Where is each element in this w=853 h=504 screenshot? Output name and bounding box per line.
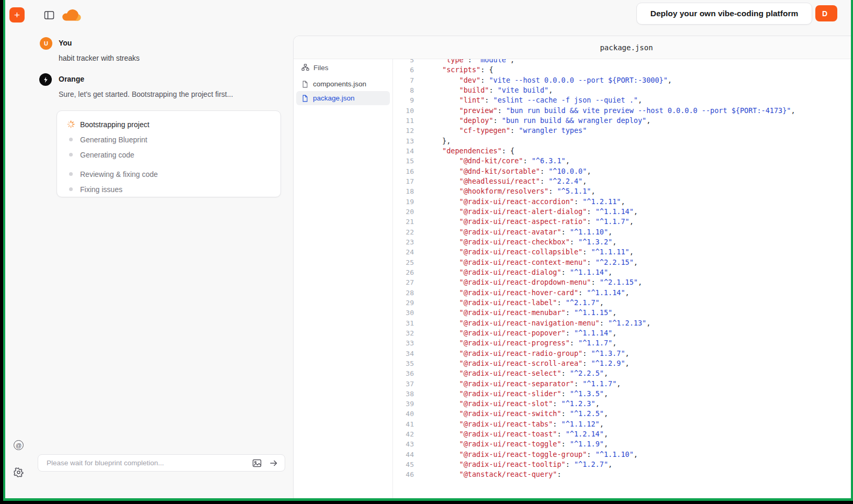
line-number: 21: [393, 217, 414, 227]
code-text: "@radix-ui/react-select": "^2.2.5",: [414, 368, 608, 378]
code-text: "@radix-ui/react-tabs": "^1.1.12",: [414, 419, 604, 429]
chat-message-input[interactable]: [40, 459, 252, 467]
code-line: 36 "@radix-ui/react-select": "^2.2.5",: [393, 368, 853, 378]
attach-image-icon[interactable]: [252, 458, 262, 468]
code-text: "@hookform/resolvers": "^5.1.1",: [414, 186, 596, 196]
code-line: 22 "@radix-ui/react-avatar": "^1.1.10",: [393, 227, 853, 237]
code-text: "dependencies": {: [414, 146, 514, 156]
code-line: 29 "@radix-ui/react-label": "^2.1.7",: [393, 298, 853, 308]
new-chat-button[interactable]: +: [9, 7, 25, 23]
feedback-icon[interactable]: @: [14, 440, 24, 450]
file-list: components.json package.json: [296, 77, 390, 105]
code-line: 11 "deploy": "bun run build && wrangler …: [393, 116, 853, 126]
phase-item: Generating code: [57, 147, 280, 162]
line-number: 15: [393, 156, 414, 166]
code-line: 35 "@radix-ui/react-scroll-area": "^1.2.…: [393, 359, 853, 368]
code-text: "@radix-ui/react-slot": "^1.2.3",: [414, 399, 600, 409]
code-text: "@dnd-kit/sortable": "^10.0.0",: [414, 166, 591, 176]
code-text: "@dnd-kit/core": "^6.3.1",: [414, 156, 570, 166]
code-text: "@headlessui/react": "^2.2.4",: [414, 176, 587, 186]
line-number: 10: [393, 106, 414, 116]
code-text: "@radix-ui/react-toggle-group": "^1.1.10…: [414, 450, 638, 460]
code-text: "scripts": {: [414, 65, 493, 75]
file-tree-item[interactable]: package.json: [296, 91, 390, 105]
editor-title-bar: package.json: [294, 36, 853, 59]
line-number: 11: [393, 116, 414, 126]
code-line: 25 "@radix-ui/react-context-menu": "^2.2…: [393, 257, 853, 267]
phase-label: Generating code: [80, 151, 134, 159]
code-line: 33 "@radix-ui/react-progress": "^1.1.7",: [393, 338, 853, 348]
code-text: "@radix-ui/react-label": "^2.1.7",: [414, 298, 604, 308]
code-text: "@radix-ui/react-radio-group": "^1.3.7",: [414, 349, 630, 359]
phase-item: Bootstrapping project: [57, 117, 280, 132]
code-text: "preview": "bun run build && vite previe…: [414, 106, 795, 116]
code-text: "@radix-ui/react-progress": "^1.1.7",: [414, 338, 616, 348]
line-number: 44: [393, 450, 414, 460]
line-number: 16: [393, 166, 414, 176]
line-number: 19: [393, 197, 414, 207]
line-number: 26: [393, 267, 414, 277]
code-text: "@radix-ui/react-collapsible": "^1.1.11"…: [414, 247, 634, 257]
line-number: 7: [393, 75, 414, 85]
code-line: 19 "@radix-ui/react-accordion": "^1.2.11…: [393, 197, 853, 207]
user-avatar: U: [40, 37, 52, 50]
code-line: 39 "@radix-ui/react-slot": "^1.2.3",: [393, 399, 853, 409]
code-line: 20 "@radix-ui/react-alert-dialog": "^1.1…: [393, 207, 853, 217]
code-text: "@radix-ui/react-toast": "^1.2.14",: [414, 429, 608, 439]
code-line: 27 "@radix-ui/react-dropdown-menu": "^2.…: [393, 277, 853, 287]
code-line: 37 "@radix-ui/react-separator": "^1.1.7"…: [393, 379, 853, 389]
file-tree: Files components.json package.json: [294, 59, 393, 498]
code-line: 7 "dev": "vite --host 0.0.0.0 --port ${P…: [393, 75, 853, 85]
code-line: 6"scripts": {: [393, 65, 853, 75]
phase-item: Reviewing & fixing code: [57, 166, 280, 182]
code-text: "dev": "vite --host 0.0.0.0 --port ${POR…: [414, 75, 672, 85]
code-line: 40 "@radix-ui/react-switch": "^1.2.5",: [393, 409, 853, 419]
code-viewer-panel: package.json Files: [293, 36, 853, 498]
code-pane[interactable]: 5"type": "module",6"scripts": {7 "dev": …: [393, 59, 853, 498]
user-message-author: You: [59, 39, 72, 47]
cloudflare-logo-icon: [61, 8, 82, 23]
code-line: 28 "@radix-ui/react-hover-card": "^1.1.1…: [393, 288, 853, 298]
code-line: 44 "@radix-ui/react-toggle-group": "^1.1…: [393, 450, 853, 460]
line-number: 9: [393, 95, 414, 105]
code-text: "deploy": "bun run build && wrangler dep…: [414, 116, 650, 126]
line-number: 25: [393, 257, 414, 267]
code-text: "@radix-ui/react-tooltip": "^1.2.7",: [414, 460, 612, 469]
line-number: 39: [393, 399, 414, 409]
code-line: 18 "@hookform/resolvers": "^5.1.1",: [393, 186, 853, 196]
send-arrow-icon[interactable]: [269, 458, 278, 468]
line-number: 42: [393, 429, 414, 439]
code-line: 38 "@radix-ui/react-slider": "^1.3.5",: [393, 389, 853, 399]
line-number: 35: [393, 359, 414, 368]
code-text: "lint": "eslint --cache -f json --quiet …: [414, 95, 642, 105]
code-text: "@radix-ui/react-aspect-ratio": "^1.1.7"…: [414, 217, 634, 227]
code-line: 13},: [393, 136, 853, 146]
settings-gear-icon[interactable]: [14, 467, 24, 477]
code-text: "@radix-ui/react-popover": "^1.1.14",: [414, 328, 616, 338]
code-text: "@radix-ui/react-alert-dialog": "^1.1.14…: [414, 207, 638, 217]
files-tree-icon: [301, 64, 309, 72]
line-number: 28: [393, 288, 414, 298]
code-line: 10 "preview": "bun run build && vite pre…: [393, 106, 853, 116]
line-number: 13: [393, 136, 414, 146]
code-text: "@radix-ui/react-context-menu": "^2.2.15…: [414, 257, 638, 267]
code-text: "cf-typegen": "wrangler types": [414, 126, 587, 136]
deploy-button[interactable]: D: [815, 5, 837, 21]
line-number: 38: [393, 389, 414, 399]
phase-label: Reviewing & fixing code: [80, 170, 158, 178]
code-line: 34 "@radix-ui/react-radio-group": "^1.3.…: [393, 349, 853, 359]
code-line: 8 "build": "vite build",: [393, 85, 853, 95]
file-tree-item[interactable]: components.json: [296, 77, 390, 91]
files-label: Files: [313, 64, 329, 72]
line-number: 33: [393, 338, 414, 348]
pending-dot-icon: [69, 138, 73, 141]
code-text: "@radix-ui/react-checkbox": "^1.3.2",: [414, 237, 616, 247]
line-number: 12: [393, 126, 414, 136]
line-number: 30: [393, 308, 414, 318]
chat-input-bar: [38, 454, 285, 472]
line-number: 17: [393, 176, 414, 186]
deploy-banner[interactable]: Deploy your own vibe-coding platform: [636, 3, 812, 25]
line-number: 24: [393, 247, 414, 257]
sidebar-toggle-icon[interactable]: [44, 10, 54, 20]
code-line: 5"type": "module",: [393, 59, 853, 65]
